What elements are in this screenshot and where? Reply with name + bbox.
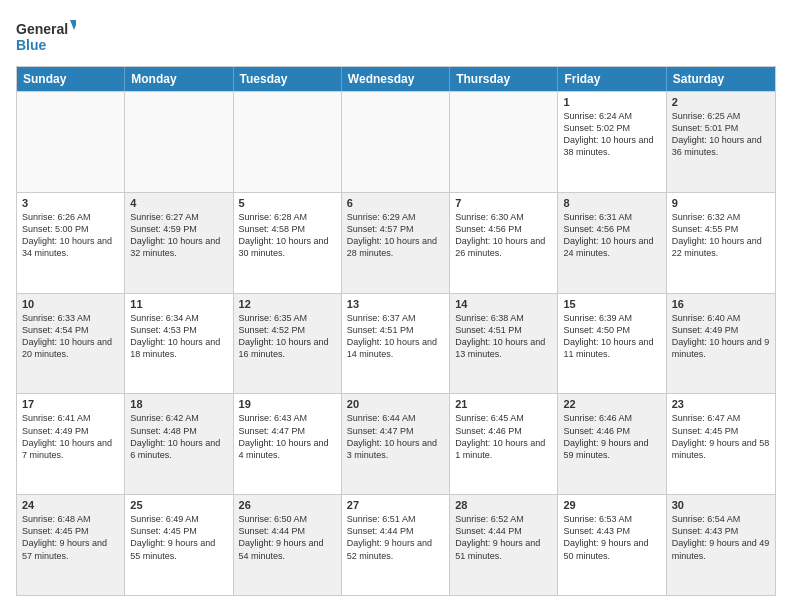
cell-day-8: 8Sunrise: 6:31 AM Sunset: 4:56 PM Daylig… <box>558 193 666 293</box>
cell-day-21: 21Sunrise: 6:45 AM Sunset: 4:46 PM Dayli… <box>450 394 558 494</box>
day-number-12: 12 <box>239 298 336 310</box>
cal-row-2: 10Sunrise: 6:33 AM Sunset: 4:54 PM Dayli… <box>17 293 775 394</box>
day-number-29: 29 <box>563 499 660 511</box>
day-number-18: 18 <box>130 398 227 410</box>
cell-info-30: Sunrise: 6:54 AM Sunset: 4:43 PM Dayligh… <box>672 513 770 562</box>
cell-info-2: Sunrise: 6:25 AM Sunset: 5:01 PM Dayligh… <box>672 110 770 159</box>
cal-row-3: 17Sunrise: 6:41 AM Sunset: 4:49 PM Dayli… <box>17 393 775 494</box>
day-number-3: 3 <box>22 197 119 209</box>
cell-info-22: Sunrise: 6:46 AM Sunset: 4:46 PM Dayligh… <box>563 412 660 461</box>
day-number-27: 27 <box>347 499 444 511</box>
cell-day-28: 28Sunrise: 6:52 AM Sunset: 4:44 PM Dayli… <box>450 495 558 595</box>
cell-info-28: Sunrise: 6:52 AM Sunset: 4:44 PM Dayligh… <box>455 513 552 562</box>
cell-day-18: 18Sunrise: 6:42 AM Sunset: 4:48 PM Dayli… <box>125 394 233 494</box>
cal-row-0: 1Sunrise: 6:24 AM Sunset: 5:02 PM Daylig… <box>17 91 775 192</box>
cell-empty-0-3 <box>342 92 450 192</box>
cell-day-6: 6Sunrise: 6:29 AM Sunset: 4:57 PM Daylig… <box>342 193 450 293</box>
cell-empty-0-4 <box>450 92 558 192</box>
day-number-14: 14 <box>455 298 552 310</box>
cell-empty-0-1 <box>125 92 233 192</box>
day-number-13: 13 <box>347 298 444 310</box>
day-number-1: 1 <box>563 96 660 108</box>
svg-marker-2 <box>70 20 76 30</box>
cell-day-29: 29Sunrise: 6:53 AM Sunset: 4:43 PM Dayli… <box>558 495 666 595</box>
day-number-19: 19 <box>239 398 336 410</box>
cal-row-4: 24Sunrise: 6:48 AM Sunset: 4:45 PM Dayli… <box>17 494 775 595</box>
header: General Blue <box>16 16 776 56</box>
cell-day-24: 24Sunrise: 6:48 AM Sunset: 4:45 PM Dayli… <box>17 495 125 595</box>
cell-info-18: Sunrise: 6:42 AM Sunset: 4:48 PM Dayligh… <box>130 412 227 461</box>
svg-text:Blue: Blue <box>16 37 47 53</box>
cell-day-16: 16Sunrise: 6:40 AM Sunset: 4:49 PM Dayli… <box>667 294 775 394</box>
calendar-body: 1Sunrise: 6:24 AM Sunset: 5:02 PM Daylig… <box>17 91 775 595</box>
cell-day-5: 5Sunrise: 6:28 AM Sunset: 4:58 PM Daylig… <box>234 193 342 293</box>
day-number-24: 24 <box>22 499 119 511</box>
day-number-21: 21 <box>455 398 552 410</box>
cell-info-8: Sunrise: 6:31 AM Sunset: 4:56 PM Dayligh… <box>563 211 660 260</box>
day-number-8: 8 <box>563 197 660 209</box>
cal-row-1: 3Sunrise: 6:26 AM Sunset: 5:00 PM Daylig… <box>17 192 775 293</box>
cell-day-14: 14Sunrise: 6:38 AM Sunset: 4:51 PM Dayli… <box>450 294 558 394</box>
cell-day-27: 27Sunrise: 6:51 AM Sunset: 4:44 PM Dayli… <box>342 495 450 595</box>
cell-day-20: 20Sunrise: 6:44 AM Sunset: 4:47 PM Dayli… <box>342 394 450 494</box>
day-number-6: 6 <box>347 197 444 209</box>
cell-day-2: 2Sunrise: 6:25 AM Sunset: 5:01 PM Daylig… <box>667 92 775 192</box>
day-number-22: 22 <box>563 398 660 410</box>
cell-day-15: 15Sunrise: 6:39 AM Sunset: 4:50 PM Dayli… <box>558 294 666 394</box>
cell-info-15: Sunrise: 6:39 AM Sunset: 4:50 PM Dayligh… <box>563 312 660 361</box>
cell-day-7: 7Sunrise: 6:30 AM Sunset: 4:56 PM Daylig… <box>450 193 558 293</box>
cell-info-26: Sunrise: 6:50 AM Sunset: 4:44 PM Dayligh… <box>239 513 336 562</box>
day-number-2: 2 <box>672 96 770 108</box>
cell-info-21: Sunrise: 6:45 AM Sunset: 4:46 PM Dayligh… <box>455 412 552 461</box>
header-cell-tuesday: Tuesday <box>234 67 342 91</box>
header-cell-friday: Friday <box>558 67 666 91</box>
day-number-17: 17 <box>22 398 119 410</box>
cell-info-5: Sunrise: 6:28 AM Sunset: 4:58 PM Dayligh… <box>239 211 336 260</box>
cell-day-3: 3Sunrise: 6:26 AM Sunset: 5:00 PM Daylig… <box>17 193 125 293</box>
cell-info-6: Sunrise: 6:29 AM Sunset: 4:57 PM Dayligh… <box>347 211 444 260</box>
cell-day-4: 4Sunrise: 6:27 AM Sunset: 4:59 PM Daylig… <box>125 193 233 293</box>
cell-info-7: Sunrise: 6:30 AM Sunset: 4:56 PM Dayligh… <box>455 211 552 260</box>
cell-day-25: 25Sunrise: 6:49 AM Sunset: 4:45 PM Dayli… <box>125 495 233 595</box>
cell-info-20: Sunrise: 6:44 AM Sunset: 4:47 PM Dayligh… <box>347 412 444 461</box>
day-number-10: 10 <box>22 298 119 310</box>
day-number-11: 11 <box>130 298 227 310</box>
cell-info-24: Sunrise: 6:48 AM Sunset: 4:45 PM Dayligh… <box>22 513 119 562</box>
day-number-20: 20 <box>347 398 444 410</box>
svg-text:General: General <box>16 21 68 37</box>
day-number-9: 9 <box>672 197 770 209</box>
cell-day-17: 17Sunrise: 6:41 AM Sunset: 4:49 PM Dayli… <box>17 394 125 494</box>
cell-info-14: Sunrise: 6:38 AM Sunset: 4:51 PM Dayligh… <box>455 312 552 361</box>
cell-info-27: Sunrise: 6:51 AM Sunset: 4:44 PM Dayligh… <box>347 513 444 562</box>
header-cell-monday: Monday <box>125 67 233 91</box>
header-cell-wednesday: Wednesday <box>342 67 450 91</box>
cell-info-4: Sunrise: 6:27 AM Sunset: 4:59 PM Dayligh… <box>130 211 227 260</box>
cell-info-19: Sunrise: 6:43 AM Sunset: 4:47 PM Dayligh… <box>239 412 336 461</box>
day-number-25: 25 <box>130 499 227 511</box>
cell-day-1: 1Sunrise: 6:24 AM Sunset: 5:02 PM Daylig… <box>558 92 666 192</box>
day-number-15: 15 <box>563 298 660 310</box>
cell-info-11: Sunrise: 6:34 AM Sunset: 4:53 PM Dayligh… <box>130 312 227 361</box>
calendar: SundayMondayTuesdayWednesdayThursdayFrid… <box>16 66 776 596</box>
cell-day-9: 9Sunrise: 6:32 AM Sunset: 4:55 PM Daylig… <box>667 193 775 293</box>
cell-info-3: Sunrise: 6:26 AM Sunset: 5:00 PM Dayligh… <box>22 211 119 260</box>
cell-day-23: 23Sunrise: 6:47 AM Sunset: 4:45 PM Dayli… <box>667 394 775 494</box>
cell-info-13: Sunrise: 6:37 AM Sunset: 4:51 PM Dayligh… <box>347 312 444 361</box>
cell-empty-0-2 <box>234 92 342 192</box>
cell-day-26: 26Sunrise: 6:50 AM Sunset: 4:44 PM Dayli… <box>234 495 342 595</box>
calendar-header-row: SundayMondayTuesdayWednesdayThursdayFrid… <box>17 67 775 91</box>
cell-day-22: 22Sunrise: 6:46 AM Sunset: 4:46 PM Dayli… <box>558 394 666 494</box>
header-cell-saturday: Saturday <box>667 67 775 91</box>
cell-info-16: Sunrise: 6:40 AM Sunset: 4:49 PM Dayligh… <box>672 312 770 361</box>
day-number-28: 28 <box>455 499 552 511</box>
cell-empty-0-0 <box>17 92 125 192</box>
cell-day-10: 10Sunrise: 6:33 AM Sunset: 4:54 PM Dayli… <box>17 294 125 394</box>
header-cell-thursday: Thursday <box>450 67 558 91</box>
cell-info-10: Sunrise: 6:33 AM Sunset: 4:54 PM Dayligh… <box>22 312 119 361</box>
day-number-5: 5 <box>239 197 336 209</box>
header-cell-sunday: Sunday <box>17 67 125 91</box>
cell-day-30: 30Sunrise: 6:54 AM Sunset: 4:43 PM Dayli… <box>667 495 775 595</box>
logo: General Blue <box>16 16 76 56</box>
calendar-page: General Blue SundayMondayTuesdayWednesda… <box>0 0 792 612</box>
cell-day-13: 13Sunrise: 6:37 AM Sunset: 4:51 PM Dayli… <box>342 294 450 394</box>
